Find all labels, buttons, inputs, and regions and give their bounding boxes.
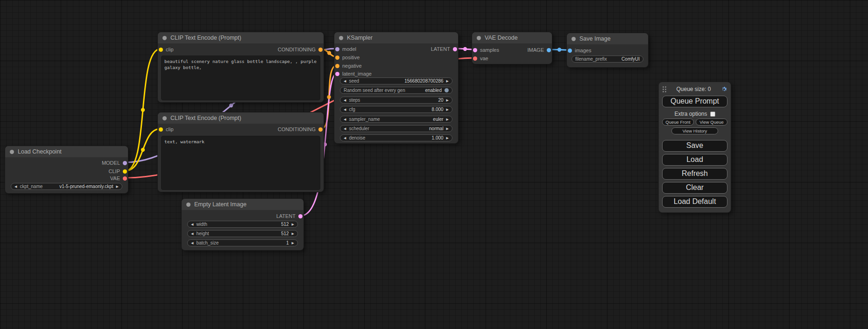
next-value-arrow-icon[interactable] <box>446 127 449 130</box>
input-slot-model: model <box>335 46 356 52</box>
view-queue-button[interactable]: View Queue <box>696 119 727 126</box>
settings-gear-icon[interactable] <box>720 86 727 93</box>
node-empty-latent-image[interactable]: Empty Latent Image LATENT width 512 heig… <box>181 198 304 251</box>
increment-arrow-icon[interactable] <box>446 108 449 111</box>
clear-button[interactable]: Clear <box>662 182 727 194</box>
node-titlebar[interactable]: CLIP Text Encode (Prompt) <box>158 32 324 43</box>
prompt-textarea[interactable]: beautiful scenery nature glass bottle la… <box>161 56 320 100</box>
output-port-vae[interactable] <box>123 176 127 181</box>
link-midpoint-dot <box>557 48 561 51</box>
next-value-arrow-icon[interactable] <box>446 118 449 121</box>
widget-label: seed <box>349 78 359 84</box>
input-port-negative[interactable] <box>335 64 339 68</box>
node-title-text: KSampler <box>347 35 373 41</box>
widget-sampler-name[interactable]: sampler_name euler <box>340 116 452 123</box>
output-port-clip[interactable] <box>123 169 127 174</box>
widget-batch-size[interactable]: batch_size 1 <box>187 239 298 246</box>
widget-seed[interactable]: seed 156680208700286 <box>340 77 452 84</box>
widget-value: 8.000 <box>432 107 444 112</box>
toggle-knob-icon[interactable] <box>445 88 449 92</box>
input-port-clip[interactable] <box>159 48 163 52</box>
widget-width[interactable]: width 512 <box>187 221 298 228</box>
widget-denoise[interactable]: denoise 1.000 <box>340 134 452 141</box>
input-port-model[interactable] <box>335 47 339 51</box>
refresh-button[interactable]: Refresh <box>662 168 727 180</box>
drag-handle-icon[interactable] <box>662 86 667 93</box>
increment-arrow-icon[interactable] <box>292 223 294 226</box>
increment-arrow-icon[interactable] <box>446 98 449 102</box>
prev-value-arrow-icon[interactable] <box>14 185 17 188</box>
output-port-conditioning[interactable] <box>318 48 323 52</box>
node-titlebar[interactable]: CLIP Text Encode (Prompt) <box>158 112 324 124</box>
increment-arrow-icon[interactable] <box>292 232 294 235</box>
collapse-dot-icon[interactable] <box>339 36 343 40</box>
collapse-dot-icon[interactable] <box>186 203 191 207</box>
node-titlebar[interactable]: Load Checkpoint <box>5 146 128 157</box>
input-port-clip[interactable] <box>159 127 163 132</box>
node-title-text: Save Image <box>579 35 611 42</box>
decrement-arrow-icon[interactable] <box>191 223 193 226</box>
decrement-arrow-icon[interactable] <box>344 108 346 111</box>
node-titlebar[interactable]: Save Image <box>567 33 648 44</box>
input-slot-images: images <box>568 47 591 54</box>
input-port-samples[interactable] <box>473 48 477 52</box>
widget-label: filename_prefix <box>575 56 607 62</box>
widget-cfg[interactable]: cfg 8.000 <box>340 106 452 113</box>
input-port-images[interactable] <box>568 49 572 53</box>
prev-value-arrow-icon[interactable] <box>344 127 346 130</box>
queue-prompt-button[interactable]: Queue Prompt <box>662 96 727 107</box>
node-vae-decode[interactable]: VAE Decode samples vae IMAGE <box>472 32 552 64</box>
increment-arrow-icon[interactable] <box>446 136 449 140</box>
output-port-image[interactable] <box>547 48 551 52</box>
node-clip-text-encode-negative[interactable]: CLIP Text Encode (Prompt) clip CONDITION… <box>157 112 324 192</box>
input-port-vae[interactable] <box>473 56 477 61</box>
decrement-arrow-icon[interactable] <box>191 232 193 235</box>
output-port-latent[interactable] <box>298 214 303 218</box>
collapse-dot-icon[interactable] <box>162 36 167 40</box>
load-default-button[interactable]: Load Default <box>662 196 727 208</box>
node-load-checkpoint[interactable]: Load Checkpoint MODEL CLIP VAE ckpt_name… <box>5 146 128 194</box>
decrement-arrow-icon[interactable] <box>344 98 346 102</box>
prompt-textarea[interactable]: text, watermark <box>161 136 320 190</box>
node-graph-canvas[interactable]: Load Checkpoint MODEL CLIP VAE ckpt_name… <box>0 0 868 329</box>
input-port-latent-image[interactable] <box>335 72 339 76</box>
output-port-latent[interactable] <box>453 47 457 51</box>
save-button[interactable]: Save <box>662 140 727 152</box>
widget-steps[interactable]: steps 20 <box>340 97 452 104</box>
input-port-positive[interactable] <box>335 56 339 60</box>
widget-ckpt-name[interactable]: ckpt_name v1-5-pruned-emaonly.ckpt <box>11 183 122 190</box>
widget-scheduler[interactable]: scheduler normal <box>340 125 452 132</box>
node-clip-text-encode-positive[interactable]: CLIP Text Encode (Prompt) clip CONDITION… <box>157 32 324 103</box>
view-history-button[interactable]: View History <box>671 127 719 134</box>
collapse-dot-icon[interactable] <box>162 116 167 120</box>
widget-filename-prefix[interactable]: filename_prefix ComfyUI <box>572 56 643 63</box>
widget-random-seed-toggle[interactable]: Random seed after every gen enabled <box>340 87 452 94</box>
output-slot-latent: LATENT <box>276 213 303 219</box>
input-slot-clip: clip <box>159 126 174 133</box>
extra-options-checkbox[interactable] <box>710 112 715 117</box>
node-titlebar[interactable]: VAE Decode <box>472 32 552 43</box>
widget-label: batch_size <box>196 240 219 245</box>
decrement-arrow-icon[interactable] <box>344 79 346 83</box>
node-titlebar[interactable]: KSampler <box>334 32 458 43</box>
collapse-dot-icon[interactable] <box>10 150 14 154</box>
widget-value: 20 <box>438 98 443 103</box>
prev-value-arrow-icon[interactable] <box>344 118 346 121</box>
output-port-conditioning[interactable] <box>318 127 323 132</box>
decrement-arrow-icon[interactable] <box>191 241 193 245</box>
slot-label: clip <box>166 47 174 52</box>
output-port-model[interactable] <box>123 161 127 165</box>
widget-height[interactable]: height 512 <box>187 230 298 237</box>
load-button[interactable]: Load <box>662 154 727 166</box>
increment-arrow-icon[interactable] <box>446 79 449 83</box>
collapse-dot-icon[interactable] <box>477 36 481 40</box>
collapse-dot-icon[interactable] <box>572 37 576 41</box>
queue-front-button[interactable]: Queue Front <box>662 119 694 126</box>
next-value-arrow-icon[interactable] <box>116 185 119 188</box>
node-titlebar[interactable]: Empty Latent Image <box>182 199 303 210</box>
node-ksampler[interactable]: KSampler model positive negative latent_… <box>334 32 459 144</box>
decrement-arrow-icon[interactable] <box>344 136 346 140</box>
node-save-image[interactable]: Save Image images filename_prefix ComfyU… <box>566 33 649 68</box>
widget-label: cfg <box>349 107 355 112</box>
increment-arrow-icon[interactable] <box>292 241 294 245</box>
